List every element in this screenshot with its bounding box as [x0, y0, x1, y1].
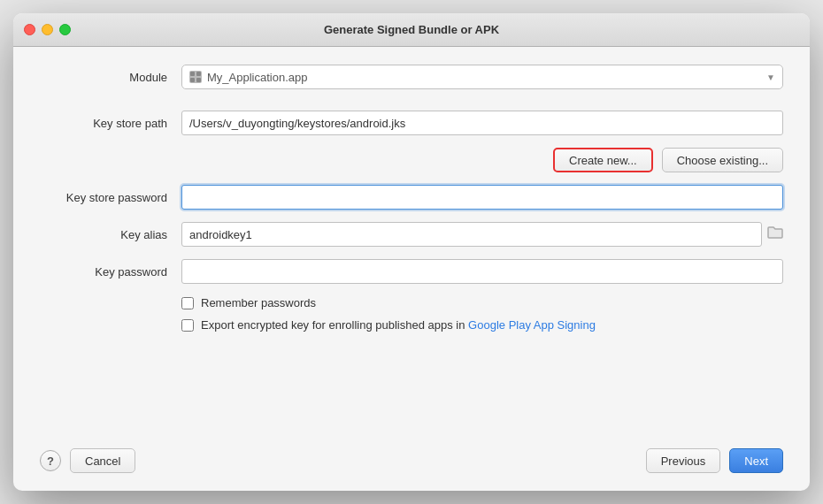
- maximize-button[interactable]: [59, 24, 71, 35]
- key-alias-field-wrap: [181, 222, 783, 247]
- bottom-bar: ? Cancel Previous Next: [13, 436, 810, 491]
- google-play-link[interactable]: Google Play App Signing: [468, 318, 596, 332]
- remember-passwords-checkbox[interactable]: [181, 297, 194, 309]
- close-button[interactable]: [24, 24, 35, 35]
- create-choose-row: Create new... Choose existing...: [40, 148, 783, 172]
- main-window: Generate Signed Bundle or APK Module: [13, 13, 810, 491]
- key-alias-wrap: [181, 222, 783, 247]
- module-icon-svg: [189, 71, 202, 83]
- key-password-input[interactable]: [181, 259, 783, 284]
- keystore-password-label: Key store password: [40, 191, 181, 204]
- choose-existing-button[interactable]: Choose existing...: [662, 148, 783, 172]
- previous-button[interactable]: Previous: [646, 448, 721, 473]
- svg-rect-3: [196, 78, 201, 82]
- create-choose-buttons: Create new... Choose existing...: [553, 148, 783, 172]
- traffic-lights: [24, 24, 71, 35]
- module-value: My_Application.app: [207, 71, 307, 84]
- keystore-path-input[interactable]: [181, 111, 783, 135]
- chevron-down-icon: ▼: [766, 73, 775, 82]
- svg-rect-2: [190, 78, 195, 82]
- keystore-path-label: Key store path: [40, 117, 181, 130]
- window-title: Generate Signed Bundle or APK: [324, 23, 499, 36]
- key-alias-folder-icon[interactable]: [767, 225, 783, 243]
- keystore-password-field-wrap: [181, 185, 783, 210]
- key-password-field-wrap: [181, 259, 783, 284]
- bottom-right: Previous Next: [646, 448, 783, 473]
- help-button[interactable]: ?: [40, 450, 61, 471]
- key-password-row: Key password: [40, 259, 783, 284]
- keystore-path-row: Key store path: [40, 111, 783, 135]
- keystore-password-input[interactable]: [181, 185, 783, 210]
- key-alias-input[interactable]: [181, 222, 762, 247]
- svg-rect-0: [190, 72, 195, 76]
- remember-passwords-label: Remember passwords: [201, 296, 316, 309]
- keystore-password-row: Key store password: [40, 185, 783, 210]
- export-encrypted-text: Export encrypted key for enrolling publi…: [201, 318, 465, 332]
- export-encrypted-checkbox[interactable]: [181, 319, 194, 332]
- module-label: Module: [40, 71, 181, 84]
- form-content: Module My_Application.app: [13, 47, 810, 436]
- key-alias-label: Key alias: [40, 228, 181, 241]
- export-encrypted-label: Export encrypted key for enrolling publi…: [201, 318, 596, 332]
- minimize-button[interactable]: [42, 24, 53, 35]
- module-field-wrap: My_Application.app ▼: [181, 65, 783, 89]
- keystore-path-field-wrap: [181, 111, 783, 135]
- bottom-left: ? Cancel: [40, 448, 135, 473]
- module-select[interactable]: My_Application.app ▼: [181, 65, 783, 89]
- create-new-button[interactable]: Create new...: [553, 148, 653, 172]
- remember-passwords-row: Remember passwords: [181, 296, 783, 309]
- key-password-label: Key password: [40, 265, 181, 279]
- svg-rect-1: [196, 72, 201, 76]
- module-grid-icon: [189, 71, 202, 83]
- module-row: Module My_Application.app: [40, 65, 783, 89]
- export-encrypted-row: Export encrypted key for enrolling publi…: [181, 318, 783, 332]
- cancel-button[interactable]: Cancel: [70, 448, 135, 473]
- key-alias-row: Key alias: [40, 222, 783, 247]
- next-button[interactable]: Next: [729, 448, 783, 473]
- module-icon-wrap: My_Application.app: [189, 71, 307, 84]
- title-bar: Generate Signed Bundle or APK: [13, 13, 810, 47]
